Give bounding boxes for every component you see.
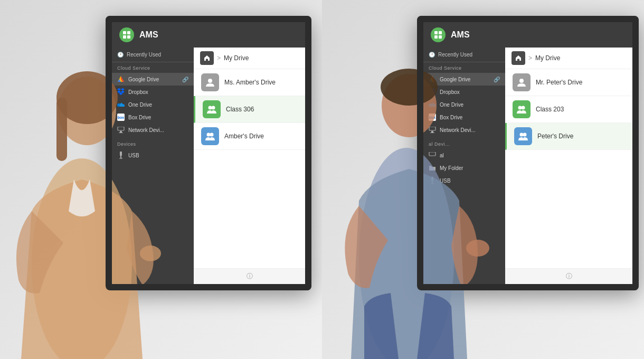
svg-point-38	[518, 106, 522, 110]
left-onedrive-icon	[117, 101, 125, 108]
svg-rect-8	[120, 131, 122, 133]
left-panel: AMS 🕐 Recently Used Cloud Service	[0, 0, 322, 359]
left-file-icon-ambers-drive	[201, 127, 219, 145]
left-file-name-ambers-drive: Amber's Drive	[224, 133, 264, 140]
left-onedrive-label: One Drive	[128, 102, 152, 108]
svg-rect-0	[123, 31, 126, 34]
right-sidebar-network[interactable]: Network Devi...	[423, 124, 505, 136]
left-usb-icon	[117, 152, 125, 159]
svg-point-41	[523, 133, 527, 137]
svg-point-14	[209, 106, 212, 110]
left-ams-ui: AMS 🕐 Recently Used Cloud Service	[112, 22, 305, 284]
svg-rect-10	[120, 152, 122, 156]
left-box-label: Box Drive	[128, 115, 151, 120]
left-file-name-amber-teacher: Ms. Amber's Drive	[224, 79, 276, 86]
svg-point-17	[210, 133, 214, 137]
left-monitor: AMS 🕐 Recently Used Cloud Service	[106, 16, 311, 290]
left-dropbox-icon	[117, 88, 125, 96]
svg-point-40	[520, 133, 524, 137]
right-box-icon: box	[429, 114, 436, 121]
right-file-name-class203: Class 203	[536, 106, 564, 113]
right-breadcrumb-label: My Drive	[535, 54, 560, 62]
right-usb-label: USB	[440, 178, 451, 184]
right-sidebar-myfolder[interactable]: My Folder	[423, 162, 505, 174]
left-file-class306[interactable]: Class 306	[194, 96, 305, 123]
right-network-label: Network Devi...	[440, 127, 476, 133]
right-info-bar: ⓘ	[505, 268, 632, 284]
left-sidebar: 🕐 Recently Used Cloud Service	[112, 48, 194, 284]
right-sidebar-dropbox[interactable]: Dropbox	[423, 86, 505, 98]
right-recently-used[interactable]: 🕐 Recently Used	[423, 48, 505, 62]
svg-rect-32	[430, 133, 434, 133]
left-box-icon: box	[117, 114, 125, 121]
right-file-peter-teacher[interactable]: Mr. Peter's Drive	[505, 69, 632, 96]
left-info-icon: ⓘ	[247, 272, 253, 281]
svg-rect-11	[120, 156, 121, 158]
right-sidebar-usb[interactable]: USB	[423, 174, 505, 187]
right-ams-header: AMS	[423, 22, 632, 48]
left-usb-label: USB	[128, 153, 139, 158]
left-info-bar: ⓘ	[194, 268, 305, 284]
left-recently-used[interactable]: 🕐 Recently Used	[112, 48, 194, 62]
svg-rect-9	[119, 133, 123, 133]
left-file-icon-amber-teacher	[201, 73, 219, 91]
svg-rect-7	[118, 127, 124, 130]
right-breadcrumb-arrow: >	[528, 54, 532, 62]
right-box-label: Box Drive	[440, 115, 462, 120]
svg-rect-33	[429, 152, 435, 156]
left-sidebar-google[interactable]: Google Drive 🔗	[112, 73, 194, 86]
right-file-peters-drive[interactable]: Peter's Drive	[505, 123, 632, 150]
svg-point-15	[212, 106, 215, 110]
left-devices-section: Devices	[112, 138, 194, 149]
svg-rect-30	[429, 127, 435, 130]
svg-rect-12	[119, 158, 122, 159]
right-sidebar-box[interactable]: box Box Drive	[423, 111, 505, 124]
left-link-icon: 🔗	[182, 77, 188, 82]
right-file-icon-peter-teacher	[513, 73, 531, 91]
right-sidebar-google[interactable]: Google Drive 🔗	[423, 73, 505, 86]
right-usb-icon	[429, 177, 436, 184]
left-sidebar-network[interactable]: Network Devi...	[112, 124, 194, 136]
left-sidebar-usb[interactable]: USB	[112, 149, 194, 162]
svg-rect-25	[434, 35, 438, 39]
svg-rect-34	[431, 177, 433, 181]
right-file-list: Mr. Peter's Drive Class 2	[505, 69, 632, 268]
svg-rect-1	[127, 31, 130, 34]
left-home-button[interactable]	[200, 51, 214, 65]
left-breadcrumb: > My Drive	[194, 48, 305, 69]
right-network-icon	[429, 126, 436, 134]
right-info-icon: ⓘ	[566, 272, 572, 281]
right-file-class203[interactable]: Class 203	[505, 96, 632, 123]
svg-rect-21	[56, 98, 67, 161]
right-onedrive-label: One Drive	[440, 102, 463, 108]
svg-point-13	[208, 79, 212, 83]
right-file-icon-class203	[513, 100, 531, 118]
left-sidebar-onedrive[interactable]: One Drive	[112, 98, 194, 111]
right-main-content: > My Drive	[505, 48, 632, 284]
right-home-button[interactable]	[512, 51, 525, 65]
left-file-amber-teacher[interactable]: Ms. Amber's Drive	[194, 69, 305, 96]
left-google-label: Google Drive	[128, 77, 159, 82]
left-file-ambers-drive[interactable]: Amber's Drive	[194, 123, 305, 150]
svg-point-16	[207, 133, 211, 137]
left-cloud-section: Cloud Service	[112, 62, 194, 73]
left-file-name-class306: Class 306	[226, 106, 254, 113]
svg-rect-26	[439, 35, 442, 39]
svg-rect-24	[439, 31, 442, 34]
right-ams-body: 🕐 Recently Used Cloud Service	[423, 48, 632, 284]
left-ams-body: 🕐 Recently Used Cloud Service	[112, 48, 305, 284]
right-file-name-peters-drive: Peter's Drive	[537, 133, 573, 140]
left-sidebar-dropbox[interactable]: Dropbox	[112, 86, 194, 98]
right-sidebar-al[interactable]: al	[423, 149, 505, 162]
left-sidebar-box[interactable]: box Box Drive	[112, 111, 194, 124]
right-dropbox-label: Dropbox	[440, 89, 460, 95]
left-breadcrumb-arrow: >	[217, 54, 221, 62]
left-file-icon-class306	[203, 100, 221, 118]
right-al-label: al	[440, 153, 444, 158]
right-cloud-section: Cloud Service	[423, 62, 505, 73]
left-breadcrumb-label: My Drive	[224, 54, 249, 62]
left-ams-header: AMS	[112, 22, 305, 48]
right-myfolder-icon	[429, 164, 436, 172]
right-file-icon-peters-drive	[514, 127, 532, 145]
right-sidebar-onedrive[interactable]: One Drive	[423, 98, 505, 111]
